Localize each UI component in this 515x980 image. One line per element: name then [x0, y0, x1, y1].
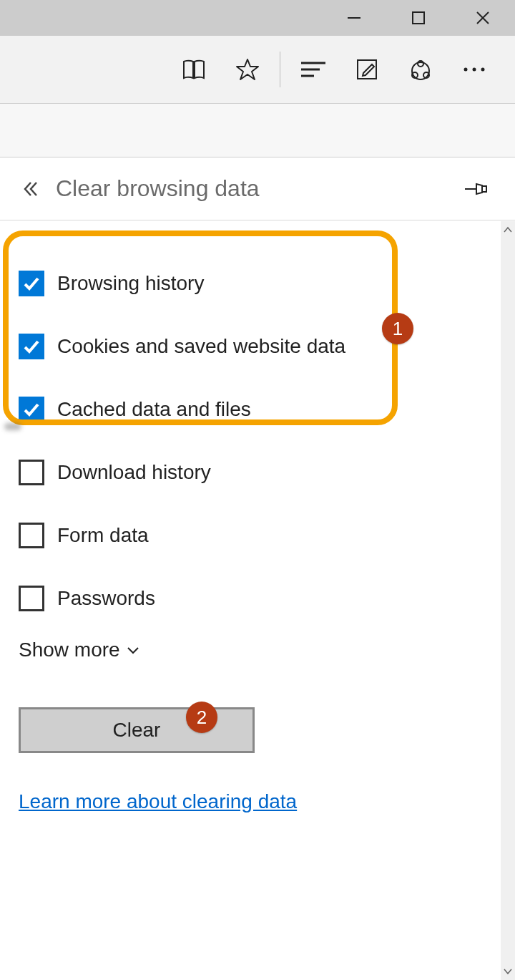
- maximize-icon: [411, 10, 426, 26]
- panel-title: Clear browsing data: [49, 175, 458, 202]
- share-icon: [408, 57, 433, 82]
- close-icon: [474, 9, 491, 26]
- check-icon: [22, 337, 41, 356]
- chevron-up-icon: [504, 226, 512, 233]
- scrollbar[interactable]: [501, 221, 515, 980]
- svg-point-14: [472, 68, 476, 72]
- scroll-up-button[interactable]: [501, 221, 515, 238]
- checkbox[interactable]: [19, 523, 44, 548]
- option-cached-data[interactable]: Cached data and files: [19, 378, 496, 441]
- clear-button-label: Clear: [113, 719, 161, 742]
- hub-icon: [300, 59, 327, 80]
- back-button[interactable]: [13, 179, 49, 199]
- check-icon: [22, 400, 41, 419]
- svg-point-13: [464, 68, 467, 72]
- panel-header: Clear browsing data: [0, 157, 515, 220]
- note-icon: [355, 57, 379, 82]
- star-icon: [235, 57, 260, 82]
- chevron-double-left-icon: [21, 179, 41, 199]
- svg-point-15: [481, 68, 484, 72]
- more-icon: [461, 65, 487, 74]
- checkbox[interactable]: [19, 334, 44, 359]
- svg-point-9: [412, 62, 429, 79]
- maximize-button[interactable]: [386, 0, 451, 36]
- chevron-down-icon: [504, 968, 512, 975]
- option-cookies[interactable]: Cookies and saved website data: [19, 315, 496, 378]
- more-button[interactable]: [447, 36, 501, 104]
- panel-content: 1 2 Browsing history Cookies and saved w…: [0, 220, 515, 813]
- browser-toolbar: [0, 36, 515, 104]
- check-icon: [22, 274, 41, 293]
- favorites-button[interactable]: [220, 36, 274, 104]
- option-browsing-history[interactable]: Browsing history: [19, 252, 496, 315]
- minimize-icon: [346, 10, 362, 26]
- option-label: Form data: [57, 524, 149, 547]
- option-form-data[interactable]: Form data: [19, 504, 496, 567]
- tab-strip: [0, 104, 515, 157]
- svg-rect-1: [413, 12, 424, 24]
- show-more-label: Show more: [19, 639, 120, 661]
- book-icon: [181, 57, 207, 82]
- option-label: Cached data and files: [57, 398, 251, 421]
- checkbox[interactable]: [19, 460, 44, 485]
- option-label: Download history: [57, 461, 211, 484]
- option-download-history[interactable]: Download history: [19, 441, 496, 504]
- option-label: Passwords: [57, 587, 155, 610]
- chevron-down-icon: [126, 645, 140, 655]
- show-more-button[interactable]: Show more: [19, 639, 496, 661]
- toolbar-separator: [280, 52, 280, 87]
- scroll-down-button[interactable]: [501, 963, 515, 980]
- window-titlebar: [0, 0, 515, 36]
- close-button[interactable]: [451, 0, 515, 36]
- checkbox[interactable]: [19, 586, 44, 611]
- web-note-button[interactable]: [340, 36, 393, 104]
- reading-view-button[interactable]: [167, 36, 220, 104]
- clear-button[interactable]: Clear: [19, 707, 255, 753]
- option-label: Browsing history: [57, 272, 204, 295]
- minimize-button[interactable]: [322, 0, 386, 36]
- checkbox[interactable]: [19, 271, 44, 296]
- pin-button[interactable]: [458, 180, 494, 198]
- pin-icon: [464, 180, 488, 198]
- share-button[interactable]: [393, 36, 447, 104]
- checkbox[interactable]: [19, 397, 44, 422]
- learn-more-link[interactable]: Learn more about clearing data: [19, 790, 297, 813]
- option-label: Cookies and saved website data: [57, 335, 345, 358]
- hub-button[interactable]: [286, 36, 340, 104]
- option-passwords[interactable]: Passwords: [19, 567, 496, 630]
